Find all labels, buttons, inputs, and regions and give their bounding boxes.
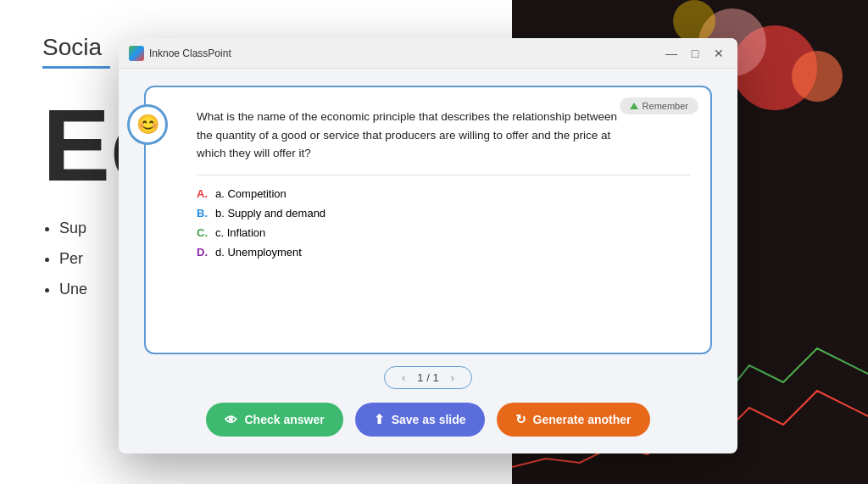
question-text: What is the name of the economic princip… — [197, 108, 690, 163]
app-title: Inknoe ClassPoint — [149, 47, 663, 59]
bottom-buttons: 👁 Check answer ⬆ Save as slide ↻ Generat… — [206, 403, 649, 437]
remember-label: Remember — [643, 101, 688, 111]
prev-page-button[interactable]: ‹ — [398, 372, 409, 384]
answer-text-c: c. Inflation — [215, 226, 265, 239]
answer-text-a: a. Competition — [215, 187, 287, 200]
pagination: ‹ 1 / 1 › — [384, 366, 471, 389]
generate-another-label: Generate another — [533, 413, 632, 426]
save-icon: ⬆ — [374, 412, 385, 427]
answer-options: A. a. Competition B. b. Supply and deman… — [197, 187, 690, 259]
avatar: 😊 — [127, 104, 168, 145]
page-indicator: 1 / 1 — [417, 371, 438, 384]
window-controls: — □ ✕ — [663, 45, 727, 62]
check-answer-button[interactable]: 👁 Check answer — [206, 403, 342, 437]
answer-letter-d: D. — [197, 246, 212, 259]
check-answer-label: Check answer — [244, 413, 324, 426]
answer-text-b: b. Supply and demand — [215, 207, 326, 220]
minimize-button[interactable]: — — [663, 45, 680, 62]
bokeh-orange — [792, 51, 843, 102]
answer-text-d: d. Unemployment — [215, 246, 302, 259]
answer-letter-b: B. — [197, 207, 212, 220]
save-as-slide-label: Save as slide — [392, 413, 466, 426]
slide-title-underline — [42, 66, 110, 69]
close-button[interactable]: ✕ — [710, 45, 727, 62]
answer-letter-a: A. — [197, 187, 212, 200]
titlebar: Inknoe ClassPoint — □ ✕ — [119, 38, 737, 69]
refresh-icon: ↻ — [515, 412, 526, 427]
generate-another-button[interactable]: ↻ Generate another — [497, 403, 650, 437]
answer-option-c: C. c. Inflation — [197, 226, 690, 239]
classpoint-window: Inknoe ClassPoint — □ ✕ 😊 Remember What … — [119, 38, 737, 453]
remember-icon — [630, 103, 638, 109]
answer-option-a: A. a. Competition — [197, 187, 690, 200]
answer-letter-c: C. — [197, 226, 212, 239]
answer-option-d: D. d. Unemployment — [197, 246, 690, 259]
question-divider — [197, 175, 690, 175]
question-card: 😊 Remember What is the name of the econo… — [144, 86, 712, 354]
save-as-slide-button[interactable]: ⬆ Save as slide — [355, 403, 485, 437]
maximize-button[interactable]: □ — [687, 45, 704, 62]
eye-icon: 👁 — [225, 413, 237, 427]
next-page-button[interactable]: › — [448, 372, 458, 384]
bokeh-yellow — [673, 0, 715, 42]
answer-option-b: B. b. Supply and demand — [197, 207, 690, 220]
remember-badge: Remember — [620, 97, 698, 114]
app-icon — [129, 46, 144, 61]
window-content: 😊 Remember What is the name of the econo… — [119, 69, 737, 453]
